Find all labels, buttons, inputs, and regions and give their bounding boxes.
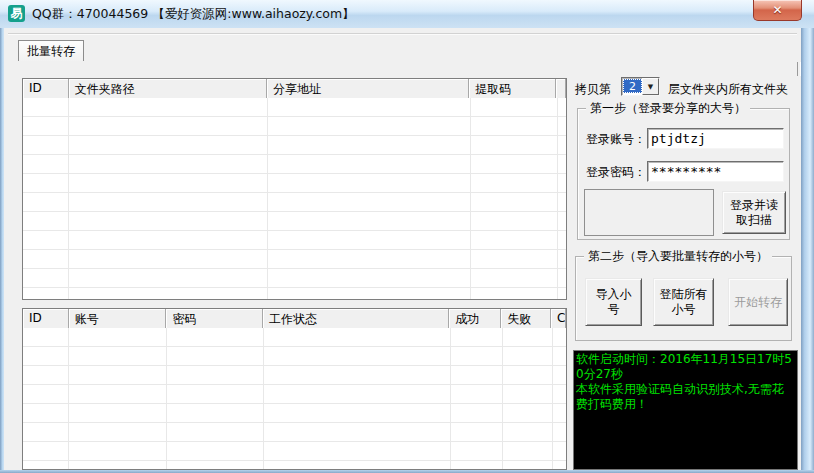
password-label: 登录密码： [586, 164, 646, 181]
accounts-table-body[interactable] [23, 328, 566, 469]
log-console[interactable]: 软件启动时间：2016年11月15日17时50分27秒本软件采用验证码自动识别技… [573, 350, 798, 470]
step2-title: 第二步（导入要批量转存的小号） [584, 248, 772, 265]
step1-groupbox: 第一步（登录要分享的大号） 登录账号： ptjdtzj 登录密码： ******… [577, 108, 790, 240]
app-logo-icon: 易 [8, 5, 25, 22]
import-accounts-button[interactable]: 导入小号 [585, 278, 642, 326]
folders-table[interactable]: ID文件夹路径分享地址提取码 [22, 78, 567, 300]
grid-line [470, 98, 471, 299]
account-label: 登录账号： [586, 131, 646, 148]
grid-line [68, 98, 69, 299]
login-all-accounts-button[interactable]: 登陆所有小号 [653, 278, 714, 326]
app-window: 易 QQ群：470044569 【爱好资源网:www.aihaozy.com】 … [0, 0, 814, 473]
console-line: 软件启动时间：2016年11月15日17时50分27秒 [576, 352, 795, 382]
folders-table-header: ID文件夹路径分享地址提取码 [23, 79, 566, 99]
column-header[interactable]: C [551, 309, 566, 328]
copy-level-prefix-label: 拷贝第 [575, 81, 611, 98]
tab-batch-transfer[interactable]: 批量转存 [18, 40, 84, 61]
column-header[interactable]: 分享地址 [267, 79, 469, 98]
column-header[interactable]: 密码 [166, 309, 263, 328]
grid-line [267, 98, 268, 299]
column-header[interactable]: ID [23, 309, 69, 328]
grid-line [557, 98, 558, 299]
column-header[interactable]: 提取码 [469, 79, 556, 98]
folders-table-body[interactable] [23, 98, 566, 299]
account-input[interactable]: ptjdtzj [647, 128, 784, 149]
console-line: 本软件采用验证码自动识别技术,无需花费打码费用！ [576, 382, 795, 412]
grid-line [502, 328, 503, 469]
login-and-scan-button[interactable]: 登录并读取扫描 [722, 191, 786, 234]
step2-groupbox: 第二步（导入要批量转存的小号） 导入小号 登陆所有小号 开始转存 [575, 256, 792, 341]
close-icon: ✕ [772, 3, 782, 17]
column-header[interactable] [556, 79, 566, 98]
column-header[interactable]: 失败 [501, 309, 551, 328]
column-header[interactable]: ID [23, 79, 69, 98]
close-button[interactable]: ✕ [753, 0, 802, 21]
grid-line [450, 328, 451, 469]
step1-title: 第一步（登录要分享的大号） [586, 100, 750, 117]
chevron-down-icon[interactable]: ▼ [642, 78, 659, 95]
grid-line [68, 328, 69, 469]
column-header[interactable]: 工作状态 [263, 309, 449, 328]
divider-line [8, 33, 797, 34]
window-title: QQ群：470044569 【爱好资源网:www.aihaozy.com】 [32, 6, 355, 23]
grid-line [552, 328, 553, 469]
start-transfer-button[interactable]: 开始转存 [728, 278, 788, 326]
titlebar[interactable]: 易 QQ群：470044569 【爱好资源网:www.aihaozy.com】 … [0, 0, 814, 29]
captcha-image-box [584, 189, 714, 236]
accounts-table-header: ID账号密码工作状态成功失败C [23, 309, 566, 329]
grid-line [166, 328, 167, 469]
dropdown-selected-value: 2 [623, 79, 642, 93]
window-border-right [801, 28, 814, 473]
grid-line [263, 328, 264, 469]
accounts-table[interactable]: ID账号密码工作状态成功失败C [22, 308, 567, 470]
panel-edge-line [797, 62, 801, 76]
column-header[interactable]: 账号 [69, 309, 167, 328]
copy-level-suffix-label: 层文件夹内所有文件夹 [668, 81, 788, 98]
copy-level-dropdown[interactable]: 2 ▼ [621, 77, 660, 96]
tab-label: 批量转存 [27, 43, 75, 60]
column-header[interactable]: 文件夹路径 [69, 79, 267, 98]
column-header[interactable]: 成功 [449, 309, 501, 328]
password-input[interactable]: ********* [647, 161, 784, 182]
